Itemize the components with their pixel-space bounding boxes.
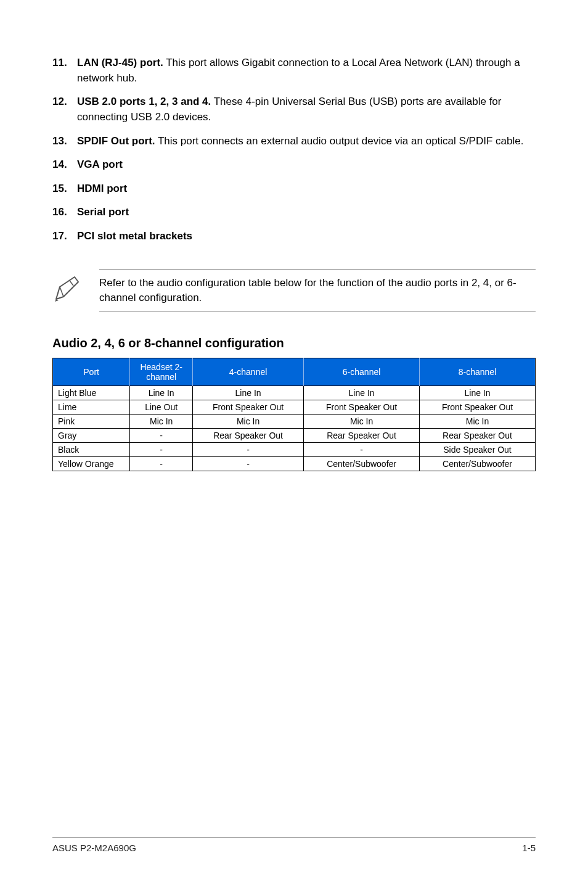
table-cell: Rear Speaker Out bbox=[193, 429, 304, 443]
table-cell: Center/Subwoofer bbox=[304, 457, 420, 471]
item-body: PCI slot metal brackets bbox=[77, 229, 536, 244]
numbered-port-list: 11. LAN (RJ-45) port. This port allows G… bbox=[52, 56, 536, 244]
list-item: 12. USB 2.0 ports 1, 2, 3 and 4. These 4… bbox=[52, 94, 536, 125]
table-cell: Mic In bbox=[130, 415, 193, 429]
table-cell: Pink bbox=[53, 415, 130, 429]
table-cell: - bbox=[193, 457, 304, 471]
table-header: 8-channel bbox=[420, 358, 536, 386]
item-number: 17. bbox=[52, 229, 77, 244]
item-number: 11. bbox=[52, 56, 77, 86]
list-item: 17. PCI slot metal brackets bbox=[52, 229, 536, 244]
table-row: Lime Line Out Front Speaker Out Front Sp… bbox=[53, 400, 536, 415]
table-cell: Center/Subwoofer bbox=[420, 457, 536, 471]
section-heading: Audio 2, 4, 6 or 8-channel configuration bbox=[52, 336, 536, 350]
item-bold: Serial port bbox=[77, 206, 129, 218]
table-cell: Front Speaker Out bbox=[193, 400, 304, 415]
list-item: 15. HDMI port bbox=[52, 181, 536, 197]
table-row: Light Blue Line In Line In Line In Line … bbox=[53, 386, 536, 400]
table-cell: Line In bbox=[304, 386, 420, 400]
audio-config-table: Port Headset 2-channel 4-channel 6-chann… bbox=[52, 358, 536, 471]
table-cell: Mic In bbox=[193, 415, 304, 429]
item-body: HDMI port bbox=[77, 181, 536, 197]
table-cell: - bbox=[304, 443, 420, 457]
table-cell: - bbox=[130, 429, 193, 443]
note-text: Refer to the audio configuration table b… bbox=[99, 269, 536, 312]
footer-page-number: 1-5 bbox=[522, 843, 536, 853]
item-bold: HDMI port bbox=[77, 183, 127, 194]
table-cell: Lime bbox=[53, 400, 130, 415]
table-cell: Gray bbox=[53, 429, 130, 443]
list-item: 13. SPDIF Out port. This port connects a… bbox=[52, 134, 536, 149]
table-cell: Rear Speaker Out bbox=[304, 429, 420, 443]
note-block: Refer to the audio configuration table b… bbox=[52, 269, 536, 312]
item-bold: LAN (RJ-45) port. bbox=[77, 57, 163, 68]
item-rest: This port connects an external audio out… bbox=[155, 135, 524, 147]
table-cell: - bbox=[130, 443, 193, 457]
table-cell: Yellow Orange bbox=[53, 457, 130, 471]
table-cell: Line Out bbox=[130, 400, 193, 415]
item-number: 14. bbox=[52, 157, 77, 173]
item-body: VGA port bbox=[77, 157, 536, 173]
table-header: 4-channel bbox=[193, 358, 304, 386]
table-cell: Front Speaker Out bbox=[420, 400, 536, 415]
item-bold: USB 2.0 ports 1, 2, 3 and 4. bbox=[77, 96, 211, 107]
item-body: Serial port bbox=[77, 205, 536, 220]
item-body: SPDIF Out port. This port connects an ex… bbox=[77, 134, 536, 149]
item-bold: PCI slot metal brackets bbox=[77, 230, 192, 242]
item-body: USB 2.0 ports 1, 2, 3 and 4. These 4-pin… bbox=[77, 94, 536, 125]
item-number: 16. bbox=[52, 205, 77, 220]
table-cell: Line In bbox=[420, 386, 536, 400]
item-bold: VGA port bbox=[77, 159, 123, 170]
page-footer: ASUS P2-M2A690G 1-5 bbox=[52, 837, 536, 853]
table-row: Yellow Orange - - Center/Subwoofer Cente… bbox=[53, 457, 536, 471]
table-header: Headset 2-channel bbox=[130, 358, 193, 386]
table-cell: Rear Speaker Out bbox=[420, 429, 536, 443]
table-cell: Mic In bbox=[420, 415, 536, 429]
table-cell: Mic In bbox=[304, 415, 420, 429]
table-cell: Line In bbox=[193, 386, 304, 400]
item-number: 15. bbox=[52, 181, 77, 197]
table-row: Gray - Rear Speaker Out Rear Speaker Out… bbox=[53, 429, 536, 443]
table-cell: Line In bbox=[130, 386, 193, 400]
table-cell: - bbox=[193, 443, 304, 457]
table-cell: - bbox=[130, 457, 193, 471]
item-body: LAN (RJ-45) port. This port allows Gigab… bbox=[77, 56, 536, 86]
item-bold: SPDIF Out port. bbox=[77, 135, 155, 147]
svg-line-0 bbox=[60, 287, 63, 297]
item-number: 12. bbox=[52, 94, 77, 125]
table-row: Pink Mic In Mic In Mic In Mic In bbox=[53, 415, 536, 429]
table-header: 6-channel bbox=[304, 358, 420, 386]
table-cell: Side Speaker Out bbox=[420, 443, 536, 457]
item-number: 13. bbox=[52, 134, 77, 149]
list-item: 16. Serial port bbox=[52, 205, 536, 220]
table-header: Port bbox=[53, 358, 130, 386]
table-cell: Front Speaker Out bbox=[304, 400, 420, 415]
table-cell: Light Blue bbox=[53, 386, 130, 400]
table-cell: Black bbox=[53, 443, 130, 457]
footer-product: ASUS P2-M2A690G bbox=[52, 843, 136, 853]
table-row: Black - - - Side Speaker Out bbox=[53, 443, 536, 457]
list-item: 11. LAN (RJ-45) port. This port allows G… bbox=[52, 56, 536, 86]
pencil-note-icon bbox=[52, 274, 82, 307]
list-item: 14. VGA port bbox=[52, 157, 536, 173]
